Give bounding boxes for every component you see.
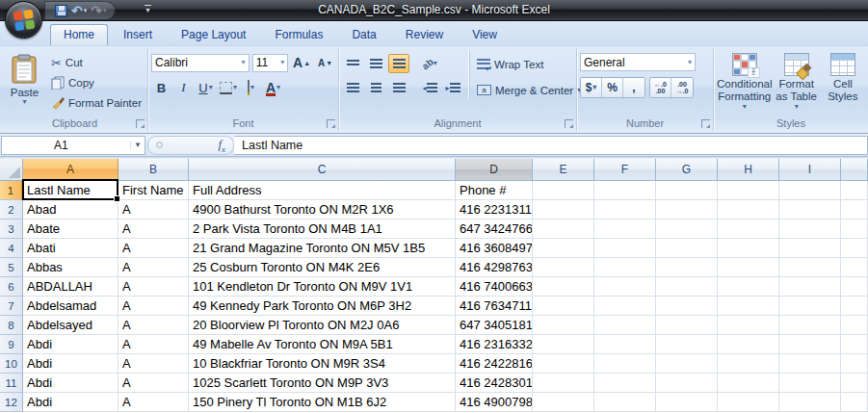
cell-B5[interactable]: A <box>118 258 189 277</box>
number-format-select[interactable]: General▾ <box>580 53 696 71</box>
column-header-C[interactable]: C <box>189 159 456 181</box>
cell-D5[interactable]: 416 4298763 <box>456 258 533 277</box>
cell-D8[interactable]: 647 3405181 <box>456 316 533 335</box>
cell-E2[interactable] <box>533 200 594 219</box>
cell-D2[interactable]: 416 2231311 <box>456 200 533 219</box>
cell-D6[interactable]: 416 7400663 <box>456 277 533 297</box>
cell-I4[interactable] <box>779 239 841 258</box>
cell-A2[interactable]: Abad <box>23 200 118 219</box>
align-right-button[interactable] <box>388 78 409 97</box>
cell-H5[interactable] <box>718 258 779 277</box>
cell-D7[interactable]: 416 7634711 <box>456 297 533 316</box>
cell-C8[interactable]: 20 Bloorview Pl Toronto ON M2J 0A6 <box>189 316 456 335</box>
cell-B11[interactable]: A <box>118 374 189 393</box>
cell-I11[interactable] <box>779 374 841 393</box>
cell-I5[interactable] <box>779 258 841 277</box>
cell-G2[interactable] <box>656 200 718 219</box>
cell-H4[interactable] <box>718 239 779 258</box>
conditional-formatting-button[interactable]: ≡≡ Conditional Formatting ▾ <box>717 50 773 116</box>
cell-H11[interactable] <box>718 374 779 393</box>
cell-C3[interactable]: 2 Park Vista Toronto ON M4B 1A1 <box>189 219 456 239</box>
cell-E12[interactable] <box>533 393 594 412</box>
format-as-table-button[interactable]: Format as Table ▾ <box>775 50 819 116</box>
cell-C11[interactable]: 1025 Scarlett Toronto ON M9P 3V3 <box>189 374 456 393</box>
bottom-align-button[interactable] <box>388 54 409 73</box>
row-header-4[interactable]: 4 <box>0 239 23 258</box>
cell-E5[interactable] <box>533 258 594 277</box>
cell-F11[interactable] <box>594 374 656 393</box>
fill-color-button[interactable]: ▾ <box>241 78 261 97</box>
tab-insert[interactable]: Insert <box>110 24 166 45</box>
cell-X3[interactable] <box>841 219 868 239</box>
row-header-6[interactable]: 6 <box>0 277 23 297</box>
column-header-A[interactable]: A <box>23 159 118 181</box>
cell-A6[interactable]: ABDALLAH <box>23 277 118 297</box>
cell-C12[interactable]: 150 Pinery Tl Toronto ON M1B 6J2 <box>189 393 456 412</box>
shrink-font-button[interactable]: A▼ <box>315 53 335 72</box>
cell-G9[interactable] <box>656 335 718 354</box>
row-header-8[interactable]: 8 <box>0 316 23 335</box>
cell-X10[interactable] <box>841 354 868 374</box>
cell-G6[interactable] <box>656 277 718 297</box>
cell-I3[interactable] <box>779 219 841 239</box>
cell-D9[interactable]: 416 2316332 <box>456 335 533 354</box>
cell-F4[interactable] <box>594 239 656 258</box>
orientation-button[interactable]: ab▾ <box>419 54 440 73</box>
cell-H7[interactable] <box>718 297 779 316</box>
cell-F10[interactable] <box>594 354 656 374</box>
cell-I2[interactable] <box>779 200 841 219</box>
top-align-button[interactable] <box>342 54 363 73</box>
cell-E3[interactable] <box>533 219 594 239</box>
cell-D11[interactable]: 416 2428301 <box>456 374 533 393</box>
cell-X7[interactable] <box>841 297 868 316</box>
column-header-G[interactable]: G <box>656 159 718 181</box>
clipboard-dialog-launcher[interactable] <box>136 119 145 128</box>
tab-data[interactable]: Data <box>338 24 389 45</box>
cut-button[interactable]: ✂ Cut <box>48 54 145 71</box>
cell-E9[interactable] <box>533 335 594 354</box>
cell-A9[interactable]: Abdi <box>23 335 118 354</box>
middle-align-button[interactable] <box>365 54 386 73</box>
wrap-text-button[interactable]: Wrap Text <box>477 55 581 73</box>
office-button[interactable] <box>5 1 42 39</box>
cell-A3[interactable]: Abate <box>23 219 118 239</box>
cell-C5[interactable]: 25 Cosburn Toronto ON M4K 2E6 <box>189 258 456 277</box>
cell-X11[interactable] <box>841 374 868 393</box>
cell-B1[interactable]: First Name <box>118 181 189 200</box>
row-header-12[interactable]: 12 <box>0 393 23 412</box>
name-box[interactable]: A1 ▼ <box>1 136 145 155</box>
row-header-11[interactable]: 11 <box>0 374 23 393</box>
cell-B3[interactable]: A <box>118 219 189 239</box>
cell-A8[interactable]: Abdelsayed <box>23 316 118 335</box>
cell-E6[interactable] <box>533 277 594 297</box>
alignment-dialog-launcher[interactable] <box>565 119 573 128</box>
copy-button[interactable]: Copy <box>48 74 145 91</box>
cell-C7[interactable]: 49 Kennedy Park Toronto ON M6P 3H2 <box>189 297 456 316</box>
cell-A1[interactable]: Lastl Name <box>23 181 118 200</box>
cell-G7[interactable] <box>656 297 718 316</box>
cell-I9[interactable] <box>779 335 841 354</box>
cell-B6[interactable]: A <box>118 277 189 297</box>
cell-F2[interactable] <box>594 200 656 219</box>
cell-E7[interactable] <box>533 297 594 316</box>
cell-G10[interactable] <box>656 354 718 374</box>
cell-H1[interactable] <box>718 181 779 200</box>
cell-B10[interactable]: A <box>118 354 189 374</box>
cell-G1[interactable] <box>656 181 718 200</box>
italic-button[interactable]: I <box>173 78 194 97</box>
row-header-5[interactable]: 5 <box>0 258 23 277</box>
font-name-select[interactable]: Calibri▾ <box>151 54 250 72</box>
cell-H2[interactable] <box>718 200 779 219</box>
cell-F3[interactable] <box>594 219 656 239</box>
cell-G5[interactable] <box>656 258 718 277</box>
font-size-select[interactable]: 11▾ <box>252 54 289 72</box>
cell-E10[interactable] <box>533 354 594 374</box>
cell-I7[interactable] <box>779 297 841 316</box>
bold-button[interactable]: B <box>151 78 171 97</box>
cell-C1[interactable]: Full Address <box>189 181 456 200</box>
decrease-indent-button[interactable]: ◂ <box>419 78 440 97</box>
cell-C2[interactable]: 4900 Bathurst Toronto ON M2R 1X6 <box>189 200 456 219</box>
tab-page-layout[interactable]: Page Layout <box>168 24 259 45</box>
cell-H12[interactable] <box>718 393 779 412</box>
cell-A7[interactable]: Abdelsamad <box>23 297 118 316</box>
